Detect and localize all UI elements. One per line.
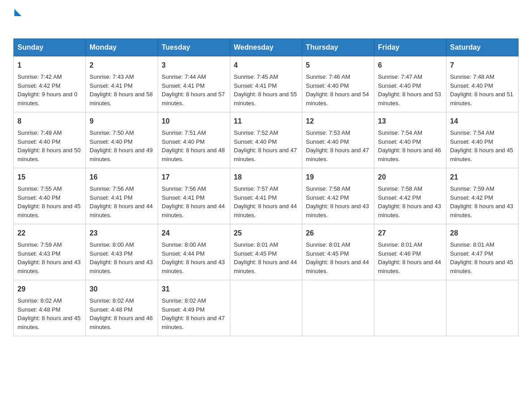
calendar-day-cell: 5 Sunrise: 7:46 AM Sunset: 4:40 PM Dayli… — [302, 56, 374, 112]
day-number: 25 — [234, 228, 298, 239]
sunrise-label: Sunrise: 7:54 AM — [378, 129, 422, 136]
day-of-week-header: Monday — [86, 39, 158, 56]
sunrise-label: Sunrise: 7:58 AM — [378, 185, 422, 192]
daylight-label: Daylight: 8 hours and 45 minutes. — [450, 147, 513, 163]
day-number: 9 — [90, 116, 154, 127]
day-of-week-header: Sunday — [14, 39, 86, 56]
calendar-day-cell: 21 Sunrise: 7:59 AM Sunset: 4:42 PM Dayl… — [446, 168, 519, 224]
calendar-week-row: 8 Sunrise: 7:49 AM Sunset: 4:40 PM Dayli… — [14, 112, 519, 168]
calendar-day-cell — [374, 280, 446, 336]
day-number: 29 — [17, 284, 82, 295]
sunrise-label: Sunrise: 7:46 AM — [306, 73, 350, 80]
sunrise-label: Sunrise: 7:54 AM — [450, 129, 494, 136]
day-number: 17 — [162, 172, 226, 183]
day-number: 11 — [234, 116, 298, 127]
day-number: 18 — [234, 172, 298, 183]
calendar-day-cell: 2 Sunrise: 7:43 AM Sunset: 4:41 PM Dayli… — [86, 56, 158, 112]
sunset-label: Sunset: 4:40 PM — [450, 82, 493, 89]
daylight-label: Daylight: 8 hours and 46 minutes. — [378, 147, 441, 163]
sunrise-label: Sunrise: 7:53 AM — [306, 129, 350, 136]
sunrise-label: Sunrise: 7:42 AM — [17, 73, 62, 80]
day-number: 24 — [162, 228, 226, 239]
sunrise-label: Sunrise: 7:55 AM — [17, 185, 62, 192]
day-number: 28 — [450, 228, 515, 239]
sunset-label: Sunset: 4:41 PM — [162, 194, 205, 201]
daylight-label: Daylight: 8 hours and 44 minutes. — [306, 259, 369, 274]
daylight-label: Daylight: 8 hours and 44 minutes. — [162, 203, 225, 218]
daylight-label: Daylight: 8 hours and 50 minutes. — [17, 147, 81, 163]
calendar-day-cell: 11 Sunrise: 7:52 AM Sunset: 4:40 PM Dayl… — [230, 112, 302, 168]
calendar-table: SundayMondayTuesdayWednesdayThursdayFrid… — [13, 39, 519, 336]
daylight-label: Daylight: 8 hours and 43 minutes. — [450, 203, 513, 218]
calendar-day-cell: 15 Sunrise: 7:55 AM Sunset: 4:40 PM Dayl… — [14, 168, 86, 224]
sunset-label: Sunset: 4:45 PM — [234, 250, 277, 257]
day-number: 15 — [17, 172, 82, 183]
daylight-label: Daylight: 8 hours and 44 minutes. — [90, 203, 153, 218]
calendar-day-cell: 20 Sunrise: 7:58 AM Sunset: 4:42 PM Dayl… — [374, 168, 446, 224]
day-number: 7 — [450, 60, 515, 71]
sunrise-label: Sunrise: 8:00 AM — [162, 241, 206, 248]
daylight-label: Daylight: 8 hours and 43 minutes. — [378, 203, 441, 218]
calendar-week-row: 29 Sunrise: 8:02 AM Sunset: 4:48 PM Dayl… — [14, 280, 519, 336]
sunset-label: Sunset: 4:41 PM — [234, 194, 277, 201]
daylight-label: Daylight: 8 hours and 43 minutes. — [162, 259, 225, 274]
sunset-label: Sunset: 4:42 PM — [306, 194, 349, 201]
calendar-day-cell: 26 Sunrise: 8:01 AM Sunset: 4:45 PM Dayl… — [302, 224, 374, 280]
day-number: 19 — [306, 172, 370, 183]
sunset-label: Sunset: 4:43 PM — [17, 250, 60, 257]
day-number: 21 — [450, 172, 515, 183]
day-of-week-header: Wednesday — [230, 39, 302, 56]
calendar-day-cell: 13 Sunrise: 7:54 AM Sunset: 4:40 PM Dayl… — [374, 112, 446, 168]
daylight-label: Daylight: 8 hours and 43 minutes. — [90, 259, 153, 274]
sunrise-label: Sunrise: 7:57 AM — [234, 185, 278, 192]
sunrise-label: Sunrise: 7:45 AM — [234, 73, 278, 80]
day-of-week-header: Tuesday — [158, 39, 230, 56]
sunrise-label: Sunrise: 8:01 AM — [450, 241, 494, 248]
calendar-day-cell — [302, 280, 374, 336]
calendar-day-cell: 16 Sunrise: 7:56 AM Sunset: 4:41 PM Dayl… — [86, 168, 158, 224]
sunrise-label: Sunrise: 8:02 AM — [90, 297, 134, 304]
daylight-label: Daylight: 8 hours and 43 minutes. — [17, 259, 81, 274]
sunset-label: Sunset: 4:41 PM — [90, 82, 133, 89]
sunset-label: Sunset: 4:40 PM — [234, 138, 277, 145]
calendar-day-cell: 9 Sunrise: 7:50 AM Sunset: 4:40 PM Dayli… — [86, 112, 158, 168]
sunset-label: Sunset: 4:40 PM — [378, 82, 421, 89]
sunset-label: Sunset: 4:40 PM — [17, 138, 60, 145]
calendar-day-cell: 28 Sunrise: 8:01 AM Sunset: 4:47 PM Dayl… — [446, 224, 519, 280]
sunrise-label: Sunrise: 7:56 AM — [90, 185, 134, 192]
day-number: 20 — [378, 172, 442, 183]
day-number: 16 — [90, 172, 154, 183]
sunrise-label: Sunrise: 8:01 AM — [378, 241, 422, 248]
daylight-label: Daylight: 8 hours and 51 minutes. — [450, 91, 513, 107]
day-of-week-header: Saturday — [446, 39, 519, 56]
sunrise-label: Sunrise: 7:50 AM — [90, 129, 134, 136]
day-number: 14 — [450, 116, 515, 127]
sunrise-label: Sunrise: 8:01 AM — [234, 241, 278, 248]
sunset-label: Sunset: 4:44 PM — [162, 250, 205, 257]
calendar-week-row: 22 Sunrise: 7:59 AM Sunset: 4:43 PM Dayl… — [14, 224, 519, 280]
sunrise-label: Sunrise: 7:48 AM — [450, 73, 494, 80]
daylight-label: Daylight: 8 hours and 44 minutes. — [234, 203, 297, 218]
sunrise-label: Sunrise: 8:00 AM — [90, 241, 134, 248]
day-number: 2 — [90, 60, 154, 71]
sunrise-label: Sunrise: 7:52 AM — [234, 129, 278, 136]
sunset-label: Sunset: 4:43 PM — [90, 250, 133, 257]
calendar-day-cell: 22 Sunrise: 7:59 AM Sunset: 4:43 PM Dayl… — [14, 224, 86, 280]
day-number: 13 — [378, 116, 442, 127]
calendar-day-cell: 18 Sunrise: 7:57 AM Sunset: 4:41 PM Dayl… — [230, 168, 302, 224]
day-of-week-header: Friday — [374, 39, 446, 56]
day-number: 8 — [17, 116, 82, 127]
calendar-day-cell: 27 Sunrise: 8:01 AM Sunset: 4:46 PM Dayl… — [374, 224, 446, 280]
sunset-label: Sunset: 4:48 PM — [17, 306, 60, 313]
day-number: 31 — [162, 284, 226, 295]
sunrise-label: Sunrise: 8:02 AM — [162, 297, 206, 304]
sunrise-label: Sunrise: 8:02 AM — [17, 297, 62, 304]
sunrise-label: Sunrise: 7:44 AM — [162, 73, 206, 80]
logo-arrow-icon — [14, 9, 21, 16]
day-number: 27 — [378, 228, 442, 239]
day-number: 30 — [90, 284, 154, 295]
daylight-label: Daylight: 8 hours and 53 minutes. — [378, 91, 441, 107]
sunrise-label: Sunrise: 8:01 AM — [306, 241, 350, 248]
sunset-label: Sunset: 4:48 PM — [90, 306, 133, 313]
day-of-week-header: Thursday — [302, 39, 374, 56]
